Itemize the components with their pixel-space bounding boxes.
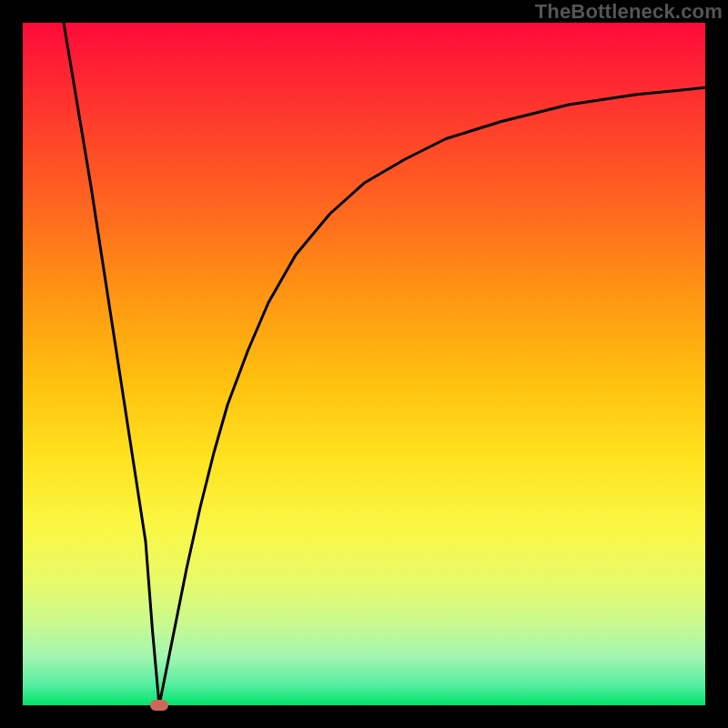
plot-area: [23, 23, 705, 705]
bottleneck-curve: [23, 23, 705, 705]
chart-frame: TheBottleneck.com: [0, 0, 728, 728]
watermark-text: TheBottleneck.com: [535, 0, 723, 24]
optimum-marker: [150, 700, 168, 711]
